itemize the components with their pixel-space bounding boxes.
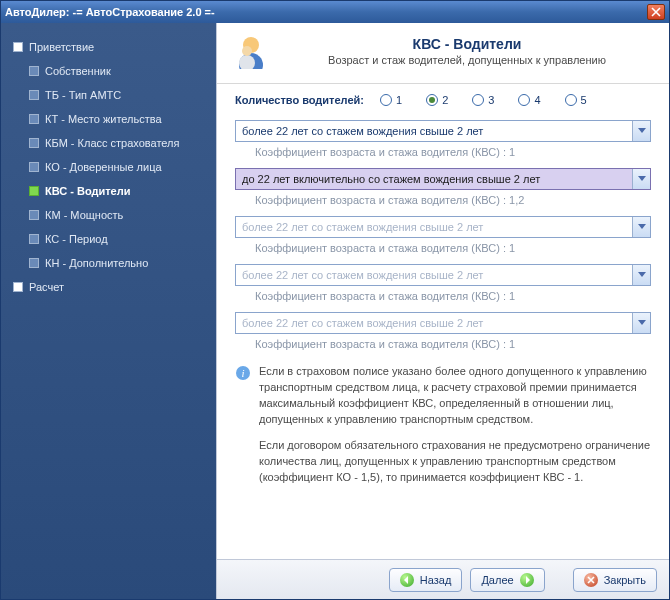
driver-combo-value: более 22 лет со стажем вождения свыше 2 … <box>242 317 632 329</box>
driver-coef-line-3: Коэффициент возраста и стажа водителя (К… <box>235 238 651 254</box>
driver-combo-4: более 22 лет со стажем вождения свыше 2 … <box>235 264 651 286</box>
chevron-down-icon <box>632 169 650 189</box>
radio-option-2[interactable]: 2 <box>426 94 448 106</box>
arrow-left-icon <box>400 573 414 587</box>
sidebar-item-label: КБМ - Класс страхователя <box>45 137 179 149</box>
window-title: АвтоДилер: -= АвтоСтрахование 2.0 =- <box>5 6 647 18</box>
page-subtitle: Возраст и стаж водителей, допущенных к у… <box>281 54 653 66</box>
info-para-1: Если в страховом полисе указано более од… <box>259 364 651 428</box>
radio-option-1[interactable]: 1 <box>380 94 402 106</box>
driver-coef-line-1: Коэффициент возраста и стажа водителя (К… <box>235 142 651 158</box>
driver-count-row: Количество водителей: 12345 <box>235 94 651 106</box>
chevron-down-icon <box>632 313 650 333</box>
sidebar-item-ko[interactable]: КО - Доверенные лица <box>9 155 208 179</box>
info-text: Если в страховом полисе указано более од… <box>259 364 651 496</box>
driver-block-1: более 22 лет со стажем вождения свыше 2 … <box>235 120 651 158</box>
drivers-list: более 22 лет со стажем вождения свыше 2 … <box>235 120 651 350</box>
svg-text:i: i <box>241 367 244 379</box>
back-button-label: Назад <box>420 574 452 586</box>
driver-count-label: Количество водителей: <box>235 94 364 106</box>
sidebar-item-kbm[interactable]: КБМ - Класс страхователя <box>9 131 208 155</box>
radio-dot-icon <box>518 94 530 106</box>
driver-combo-2[interactable]: до 22 лет включительно со стажем вождени… <box>235 168 651 190</box>
radio-option-3[interactable]: 3 <box>472 94 494 106</box>
back-button[interactable]: Назад <box>389 568 463 592</box>
close-icon <box>584 573 598 587</box>
driver-block-2: до 22 лет включительно со стажем вождени… <box>235 168 651 206</box>
radio-dot-icon <box>565 94 577 106</box>
content: Приветствие Собственник ТБ - Тип АМТС КТ… <box>1 23 669 599</box>
close-button[interactable]: Закрыть <box>573 568 657 592</box>
main-body: Количество водителей: 12345 более 22 лет… <box>217 84 669 559</box>
arrow-right-icon <box>520 573 534 587</box>
titlebar: АвтоДилер: -= АвтоСтрахование 2.0 =- <box>1 1 669 23</box>
radio-label: 2 <box>442 94 448 106</box>
driver-coef-line-5: Коэффициент возраста и стажа водителя (К… <box>235 334 651 350</box>
driver-combo-value: более 22 лет со стажем вождения свыше 2 … <box>242 269 632 281</box>
sidebar-item-welcome[interactable]: Приветствие <box>9 35 208 59</box>
close-button-label: Закрыть <box>604 574 646 586</box>
sidebar-item-label: КТ - Место жительства <box>45 113 162 125</box>
info-icon: i <box>235 365 251 381</box>
info-block: i Если в страховом полисе указано более … <box>235 364 651 496</box>
sidebar-item-label: КО - Доверенные лица <box>45 161 162 173</box>
window: АвтоДилер: -= АвтоСтрахование 2.0 =- При… <box>0 0 670 600</box>
driver-combo-3: более 22 лет со стажем вождения свыше 2 … <box>235 216 651 238</box>
next-button[interactable]: Далее <box>470 568 544 592</box>
chevron-down-icon <box>632 121 650 141</box>
sidebar-item-km[interactable]: КМ - Мощность <box>9 203 208 227</box>
sidebar: Приветствие Собственник ТБ - Тип АМТС КТ… <box>1 23 216 599</box>
chevron-down-icon <box>632 265 650 285</box>
drivers-icon <box>233 33 269 69</box>
driver-combo-value: более 22 лет со стажем вождения свыше 2 … <box>242 125 632 137</box>
next-button-label: Далее <box>481 574 513 586</box>
main-panel: КВС - Водители Возраст и стаж водителей,… <box>216 23 669 599</box>
sidebar-item-label: Приветствие <box>29 41 94 53</box>
radio-label: 1 <box>396 94 402 106</box>
radio-label: 4 <box>534 94 540 106</box>
driver-coef-line-2: Коэффициент возраста и стажа водителя (К… <box>235 190 651 206</box>
main-header: КВС - Водители Возраст и стаж водителей,… <box>217 23 669 84</box>
footer: Назад Далее Закрыть <box>217 559 669 599</box>
sidebar-item-ks[interactable]: КС - Период <box>9 227 208 251</box>
driver-combo-value: до 22 лет включительно со стажем вождени… <box>242 173 632 185</box>
sidebar-item-kt[interactable]: КТ - Место жительства <box>9 107 208 131</box>
radio-option-4[interactable]: 4 <box>518 94 540 106</box>
driver-combo-5: более 22 лет со стажем вождения свыше 2 … <box>235 312 651 334</box>
sidebar-item-label: ТБ - Тип АМТС <box>45 89 121 101</box>
info-para-2: Если договором обязательного страхования… <box>259 438 651 486</box>
sidebar-item-label: КН - Дополнительно <box>45 257 148 269</box>
driver-block-5: более 22 лет со стажем вождения свыше 2 … <box>235 312 651 350</box>
sidebar-item-kvs[interactable]: КВС - Водители <box>9 179 208 203</box>
radio-dot-icon <box>472 94 484 106</box>
driver-combo-1[interactable]: более 22 лет со стажем вождения свыше 2 … <box>235 120 651 142</box>
radio-option-5[interactable]: 5 <box>565 94 587 106</box>
driver-block-3: более 22 лет со стажем вождения свыше 2 … <box>235 216 651 254</box>
driver-count-radio-group: 12345 <box>380 94 587 106</box>
radio-dot-icon <box>380 94 392 106</box>
sidebar-item-label: Собственник <box>45 65 111 77</box>
svg-point-3 <box>242 46 252 56</box>
driver-coef-line-4: Коэффициент возраста и стажа водителя (К… <box>235 286 651 302</box>
sidebar-item-label: КВС - Водители <box>45 185 130 197</box>
sidebar-item-label: КС - Период <box>45 233 108 245</box>
sidebar-item-label: Расчет <box>29 281 64 293</box>
sidebar-item-label: КМ - Мощность <box>45 209 123 221</box>
sidebar-item-calc[interactable]: Расчет <box>9 275 208 299</box>
chevron-down-icon <box>632 217 650 237</box>
sidebar-item-kn[interactable]: КН - Дополнительно <box>9 251 208 275</box>
page-title: КВС - Водители <box>281 36 653 52</box>
sidebar-item-owner[interactable]: Собственник <box>9 59 208 83</box>
sidebar-item-tb[interactable]: ТБ - Тип АМТС <box>9 83 208 107</box>
driver-combo-value: более 22 лет со стажем вождения свыше 2 … <box>242 221 632 233</box>
driver-block-4: более 22 лет со стажем вождения свыше 2 … <box>235 264 651 302</box>
radio-label: 5 <box>581 94 587 106</box>
window-close-button[interactable] <box>647 4 665 20</box>
radio-dot-icon <box>426 94 438 106</box>
radio-label: 3 <box>488 94 494 106</box>
